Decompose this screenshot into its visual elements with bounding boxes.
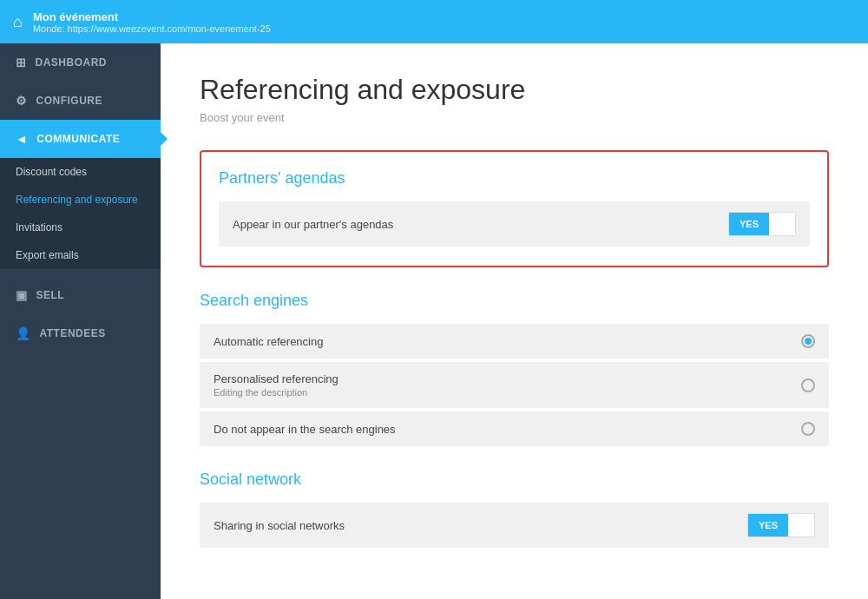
search-engines-section: Search engines Automatic referencing Per… bbox=[200, 292, 829, 446]
referencing-label: Referencing and exposure bbox=[16, 194, 138, 206]
sidebar-item-label-sell: SELL bbox=[36, 289, 65, 301]
search-engines-title: Search engines bbox=[200, 292, 829, 310]
sidebar: ⊞ DASHBOARD ⚙ CONFIGURE ◄ COMMUNICATE Di… bbox=[0, 43, 161, 599]
personalised-referencing-sublabel: Editing the description bbox=[214, 387, 339, 398]
event-info: Mon événement Monde: https://www.weezeve… bbox=[33, 10, 271, 34]
social-network-toggle[interactable]: YES bbox=[747, 513, 815, 537]
radio-selected-indicator bbox=[805, 338, 812, 345]
event-name: Mon événement bbox=[33, 10, 271, 23]
partners-agendas-row: Appear in our partner's agendas YES bbox=[219, 201, 810, 247]
social-network-title: Social network bbox=[200, 471, 829, 489]
sidebar-subitem-referencing[interactable]: Referencing and exposure bbox=[0, 186, 161, 214]
home-icon[interactable]: ⌂ bbox=[13, 13, 23, 31]
partners-agendas-no[interactable] bbox=[769, 213, 795, 235]
export-emails-label: Export emails bbox=[16, 249, 79, 261]
social-network-label: Sharing in social networks bbox=[214, 519, 345, 532]
configure-icon: ⚙ bbox=[16, 94, 28, 108]
auto-referencing-label: Automatic referencing bbox=[214, 335, 323, 348]
social-network-section: Social network Sharing in social network… bbox=[200, 471, 829, 548]
search-engines-row-personal[interactable]: Personalised referencing Editing the des… bbox=[200, 362, 829, 408]
attendees-icon: 👤 bbox=[16, 326, 31, 340]
event-url: Monde: https://www.weezevent.com/mon-eve… bbox=[33, 23, 271, 34]
search-engines-row-auto[interactable]: Automatic referencing bbox=[200, 324, 829, 359]
sell-icon: ▣ bbox=[16, 288, 28, 302]
social-network-no[interactable] bbox=[788, 514, 814, 536]
partners-agendas-section: Partners' agendas Appear in our partner'… bbox=[200, 150, 829, 267]
discount-codes-label: Discount codes bbox=[16, 166, 87, 178]
social-network-yes[interactable]: YES bbox=[748, 514, 788, 536]
partners-agendas-yes[interactable]: YES bbox=[729, 213, 769, 235]
communicate-icon: ◄ bbox=[16, 132, 28, 146]
dashboard-icon: ⊞ bbox=[16, 56, 27, 69]
personalised-referencing-radio[interactable] bbox=[801, 378, 815, 392]
sidebar-subitem-export-emails[interactable]: Export emails bbox=[0, 241, 161, 269]
sidebar-item-label-attendees: ATTENDEES bbox=[40, 327, 106, 339]
invitations-label: Invitations bbox=[16, 221, 62, 234]
sidebar-item-sell[interactable]: ▣ SELL bbox=[0, 276, 161, 314]
personalised-referencing-info: Personalised referencing Editing the des… bbox=[214, 372, 339, 398]
sidebar-item-communicate[interactable]: ◄ COMMUNICATE bbox=[0, 120, 161, 158]
no-search-engines-label: Do not appear in the search engines bbox=[214, 423, 396, 436]
sidebar-item-attendees[interactable]: 👤 ATTENDEES bbox=[0, 314, 161, 352]
sidebar-item-configure[interactable]: ⚙ CONFIGURE bbox=[0, 82, 161, 120]
sidebar-subitem-discount-codes[interactable]: Discount codes bbox=[0, 158, 161, 186]
partners-agendas-title: Partners' agendas bbox=[219, 169, 810, 188]
sidebar-subitem-invitations[interactable]: Invitations bbox=[0, 214, 161, 241]
no-search-engines-radio[interactable] bbox=[801, 422, 815, 436]
sidebar-item-dashboard[interactable]: ⊞ DASHBOARD bbox=[0, 43, 161, 82]
partners-agendas-toggle[interactable]: YES bbox=[728, 212, 796, 236]
social-network-row: Sharing in social networks YES bbox=[200, 503, 829, 548]
auto-referencing-radio[interactable] bbox=[801, 334, 815, 348]
sidebar-item-label-dashboard: DASHBOARD bbox=[36, 56, 108, 69]
sidebar-item-label-communicate: COMMUNICATE bbox=[36, 133, 120, 145]
page-title: Referencing and exposure bbox=[200, 74, 829, 106]
page-subtitle: Boost your event bbox=[200, 111, 829, 124]
partners-agendas-label: Appear in our partner's agendas bbox=[233, 218, 393, 231]
search-engines-row-none[interactable]: Do not appear in the search engines bbox=[200, 411, 829, 446]
main-layout: ⊞ DASHBOARD ⚙ CONFIGURE ◄ COMMUNICATE Di… bbox=[0, 43, 868, 599]
social-network-toggle-control[interactable]: YES bbox=[747, 513, 815, 537]
partners-agendas-toggle-control[interactable]: YES bbox=[728, 212, 796, 236]
sidebar-item-label-configure: CONFIGURE bbox=[36, 95, 103, 107]
content-area: Referencing and exposure Boost your even… bbox=[161, 43, 868, 599]
top-header: ⌂ Mon événement Monde: https://www.weeze… bbox=[0, 0, 868, 43]
personalised-referencing-label: Personalised referencing bbox=[214, 372, 339, 385]
